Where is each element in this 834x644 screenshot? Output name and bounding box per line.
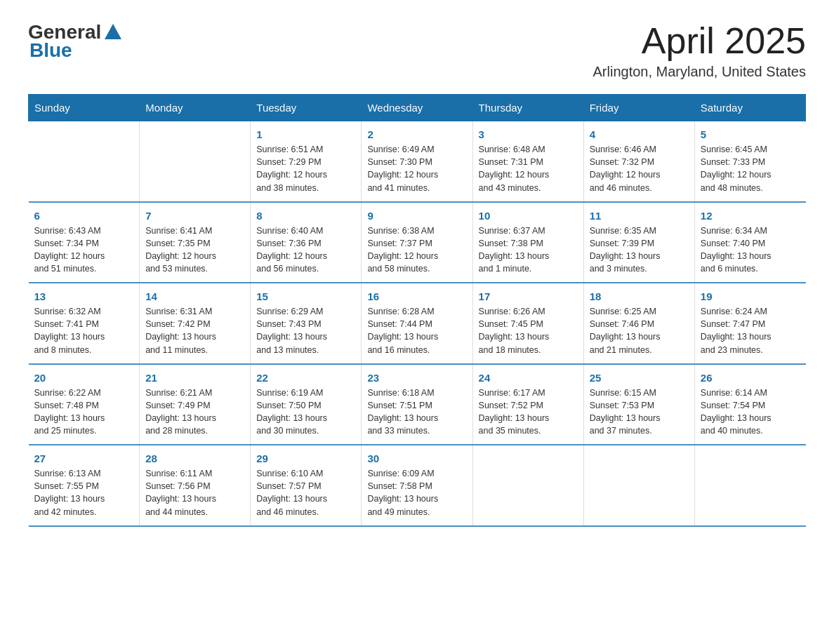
day-number: 3 [479, 128, 578, 140]
calendar-cell: 17Sunrise: 6:26 AMSunset: 7:45 PMDayligh… [472, 283, 583, 364]
calendar-cell: 28Sunrise: 6:11 AMSunset: 7:56 PMDayligh… [140, 445, 251, 526]
calendar-cell: 30Sunrise: 6:09 AMSunset: 7:58 PMDayligh… [362, 445, 472, 526]
header-cell-saturday: Saturday [694, 95, 805, 121]
day-number: 16 [367, 290, 466, 302]
calendar-cell: 25Sunrise: 6:15 AMSunset: 7:53 PMDayligh… [583, 364, 694, 445]
day-info: Sunrise: 6:38 AMSunset: 7:37 PMDaylight:… [367, 224, 466, 276]
day-info: Sunrise: 6:21 AMSunset: 7:49 PMDaylight:… [145, 387, 244, 438]
day-info: Sunrise: 6:10 AMSunset: 7:57 PMDaylight:… [256, 467, 355, 518]
day-info: Sunrise: 6:11 AMSunset: 7:56 PMDaylight:… [145, 467, 244, 518]
calendar-cell: 13Sunrise: 6:32 AMSunset: 7:41 PMDayligh… [29, 283, 140, 364]
calendar-cell: 2Sunrise: 6:49 AMSunset: 7:30 PMDaylight… [362, 121, 472, 202]
calendar-cell: 22Sunrise: 6:19 AMSunset: 7:50 PMDayligh… [251, 364, 362, 445]
calendar-cell [140, 121, 251, 202]
day-number: 24 [479, 372, 578, 384]
logo-blue: Blue [29, 39, 72, 62]
header-cell-wednesday: Wednesday [362, 95, 472, 121]
day-number: 4 [590, 128, 689, 140]
day-info: Sunrise: 6:32 AMSunset: 7:41 PMDaylight:… [34, 305, 134, 356]
day-info: Sunrise: 6:34 AMSunset: 7:40 PMDaylight:… [701, 224, 800, 276]
day-info: Sunrise: 6:43 AMSunset: 7:34 PMDaylight:… [34, 224, 134, 276]
logo: General Blue [28, 21, 121, 62]
day-info: Sunrise: 6:31 AMSunset: 7:42 PMDaylight:… [145, 305, 244, 356]
day-number: 11 [590, 210, 689, 222]
day-number: 12 [701, 210, 800, 222]
day-number: 25 [590, 372, 689, 384]
calendar-cell: 7Sunrise: 6:41 AMSunset: 7:35 PMDaylight… [140, 202, 251, 283]
calendar-cell: 5Sunrise: 6:45 AMSunset: 7:33 PMDaylight… [694, 121, 805, 202]
calendar-cell: 4Sunrise: 6:46 AMSunset: 7:32 PMDaylight… [583, 121, 694, 202]
header-cell-sunday: Sunday [29, 95, 140, 121]
day-info: Sunrise: 6:15 AMSunset: 7:53 PMDaylight:… [590, 387, 689, 438]
calendar-cell: 11Sunrise: 6:35 AMSunset: 7:39 PMDayligh… [583, 202, 694, 283]
calendar-cell: 6Sunrise: 6:43 AMSunset: 7:34 PMDaylight… [29, 202, 140, 283]
day-info: Sunrise: 6:40 AMSunset: 7:36 PMDaylight:… [256, 224, 355, 276]
day-info: Sunrise: 6:24 AMSunset: 7:47 PMDaylight:… [701, 305, 800, 356]
day-info: Sunrise: 6:22 AMSunset: 7:48 PMDaylight:… [34, 387, 134, 438]
calendar-cell: 16Sunrise: 6:28 AMSunset: 7:44 PMDayligh… [362, 283, 472, 364]
day-number: 10 [479, 210, 578, 222]
header-cell-monday: Monday [140, 95, 251, 121]
header-cell-thursday: Thursday [472, 95, 583, 121]
day-number: 28 [145, 452, 244, 464]
calendar-cell: 8Sunrise: 6:40 AMSunset: 7:36 PMDaylight… [251, 202, 362, 283]
day-number: 9 [367, 210, 466, 222]
calendar-cell: 23Sunrise: 6:18 AMSunset: 7:51 PMDayligh… [362, 364, 472, 445]
calendar-cell: 9Sunrise: 6:38 AMSunset: 7:37 PMDaylight… [362, 202, 472, 283]
day-number: 5 [701, 128, 800, 140]
calendar-cell: 10Sunrise: 6:37 AMSunset: 7:38 PMDayligh… [472, 202, 583, 283]
day-number: 22 [256, 372, 355, 384]
day-number: 19 [701, 290, 800, 302]
day-info: Sunrise: 6:13 AMSunset: 7:55 PMDaylight:… [34, 467, 134, 518]
day-number: 18 [590, 290, 689, 302]
day-number: 30 [367, 452, 466, 464]
day-info: Sunrise: 6:28 AMSunset: 7:44 PMDaylight:… [367, 305, 466, 356]
day-info: Sunrise: 6:26 AMSunset: 7:45 PMDaylight:… [479, 305, 578, 356]
day-number: 1 [256, 128, 355, 140]
calendar-cell: 14Sunrise: 6:31 AMSunset: 7:42 PMDayligh… [140, 283, 251, 364]
day-info: Sunrise: 6:37 AMSunset: 7:38 PMDaylight:… [479, 224, 578, 276]
logo-triangle-icon [105, 24, 121, 39]
calendar-cell: 18Sunrise: 6:25 AMSunset: 7:46 PMDayligh… [583, 283, 694, 364]
calendar-cell: 27Sunrise: 6:13 AMSunset: 7:55 PMDayligh… [29, 445, 140, 526]
day-number: 27 [34, 452, 134, 464]
day-info: Sunrise: 6:46 AMSunset: 7:32 PMDaylight:… [590, 143, 689, 194]
title-block: April 2025 Arlington, Maryland, United S… [593, 21, 807, 80]
calendar-cell: 1Sunrise: 6:51 AMSunset: 7:29 PMDaylight… [251, 121, 362, 202]
calendar-week-3: 13Sunrise: 6:32 AMSunset: 7:41 PMDayligh… [29, 283, 806, 364]
calendar-cell: 26Sunrise: 6:14 AMSunset: 7:54 PMDayligh… [694, 364, 805, 445]
day-number: 6 [34, 210, 134, 222]
day-info: Sunrise: 6:29 AMSunset: 7:43 PMDaylight:… [256, 305, 355, 356]
day-number: 7 [145, 210, 244, 222]
day-info: Sunrise: 6:09 AMSunset: 7:58 PMDaylight:… [367, 467, 466, 518]
day-info: Sunrise: 6:51 AMSunset: 7:29 PMDaylight:… [256, 143, 355, 194]
day-info: Sunrise: 6:45 AMSunset: 7:33 PMDaylight:… [701, 143, 800, 194]
calendar-cell: 21Sunrise: 6:21 AMSunset: 7:49 PMDayligh… [140, 364, 251, 445]
day-info: Sunrise: 6:14 AMSunset: 7:54 PMDaylight:… [701, 387, 800, 438]
calendar-cell [472, 445, 583, 526]
day-info: Sunrise: 6:17 AMSunset: 7:52 PMDaylight:… [479, 387, 578, 438]
calendar-cell [583, 445, 694, 526]
calendar-cell: 29Sunrise: 6:10 AMSunset: 7:57 PMDayligh… [251, 445, 362, 526]
calendar-cell: 19Sunrise: 6:24 AMSunset: 7:47 PMDayligh… [694, 283, 805, 364]
header-cell-friday: Friday [583, 95, 694, 121]
calendar-cell: 3Sunrise: 6:48 AMSunset: 7:31 PMDaylight… [472, 121, 583, 202]
page-title: April 2025 [593, 21, 807, 61]
day-number: 29 [256, 452, 355, 464]
calendar-cell: 24Sunrise: 6:17 AMSunset: 7:52 PMDayligh… [472, 364, 583, 445]
day-number: 23 [367, 372, 466, 384]
calendar-week-5: 27Sunrise: 6:13 AMSunset: 7:55 PMDayligh… [29, 445, 806, 526]
calendar-cell [694, 445, 805, 526]
day-number: 14 [145, 290, 244, 302]
day-number: 2 [367, 128, 466, 140]
day-number: 26 [701, 372, 800, 384]
day-number: 21 [145, 372, 244, 384]
calendar-week-2: 6Sunrise: 6:43 AMSunset: 7:34 PMDaylight… [29, 202, 806, 283]
header-row: SundayMondayTuesdayWednesdayThursdayFrid… [29, 95, 806, 121]
day-info: Sunrise: 6:19 AMSunset: 7:50 PMDaylight:… [256, 387, 355, 438]
day-number: 8 [256, 210, 355, 222]
calendar-week-4: 20Sunrise: 6:22 AMSunset: 7:48 PMDayligh… [29, 364, 806, 445]
day-number: 15 [256, 290, 355, 302]
day-info: Sunrise: 6:35 AMSunset: 7:39 PMDaylight:… [590, 224, 689, 276]
calendar-body: 1Sunrise: 6:51 AMSunset: 7:29 PMDaylight… [29, 121, 806, 526]
